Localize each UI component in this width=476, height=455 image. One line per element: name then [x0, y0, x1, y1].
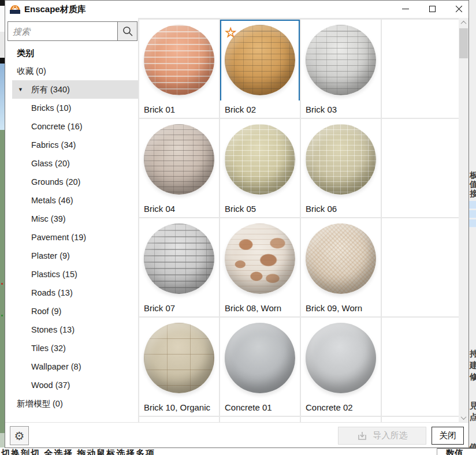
- material-sphere-preview: [306, 223, 376, 294]
- material-tile[interactable]: Brick 04: [139, 119, 219, 217]
- scrollbar[interactable]: [459, 18, 468, 422]
- material-sphere-preview: [144, 223, 214, 294]
- material-sphere-preview: [225, 223, 295, 294]
- sidebar-item-label: Grounds (20): [5, 177, 80, 187]
- sidebar-item-label: Misc (39): [5, 214, 66, 223]
- window-title: Enscape材质库: [24, 4, 86, 15]
- material-sphere-preview: [225, 124, 295, 195]
- material-sphere-preview: [306, 25, 376, 95]
- chevron-up-icon: [461, 20, 467, 26]
- sidebar-item[interactable]: Tiles (32): [5, 339, 138, 357]
- materials-row: Brick 04Brick 05Brick 06: [139, 119, 459, 217]
- search-button[interactable]: [117, 21, 137, 41]
- material-tile[interactable]: Brick 08, Worn: [220, 218, 300, 316]
- background-highlight-row: [469, 219, 476, 228]
- material-thumbnail: [301, 223, 381, 304]
- import-selected-button[interactable]: 导入所选: [338, 427, 426, 445]
- sidebar-item[interactable]: Concrete (16): [5, 117, 138, 136]
- material-label: Concrete 02: [301, 398, 381, 416]
- material-tile[interactable]: Brick 06: [301, 119, 381, 217]
- gear-icon: ⚙: [14, 429, 25, 443]
- material-thumbnail: [139, 223, 219, 304]
- download-icon: [357, 431, 367, 441]
- material-thumbnail: ☆: [220, 25, 300, 106]
- background-status-bar: 切换剖切 全选择 拖动鼠标选择多项 数值: [0, 447, 476, 455]
- material-thumbnail: [301, 323, 381, 404]
- close-window-button[interactable]: [450, 1, 467, 17]
- material-tile[interactable]: Brick 05: [220, 119, 300, 217]
- material-tile[interactable]: ☆Brick 02: [220, 20, 300, 118]
- sidebar-item-label: Plaster (9): [5, 251, 70, 260]
- background-text-fragment: 修: [470, 372, 476, 382]
- material-tile[interactable]: Brick 01: [139, 20, 219, 118]
- search-input[interactable]: [8, 21, 117, 41]
- expand-arrow-icon[interactable]: ▼: [18, 87, 23, 92]
- material-sphere-preview: [144, 25, 214, 95]
- material-tile[interactable]: Brick 10, Organic: [139, 318, 219, 416]
- sidebar-item[interactable]: Stones (13): [5, 320, 138, 339]
- material-sphere-preview: [225, 323, 295, 393]
- material-tile[interactable]: Brick 07: [139, 218, 219, 316]
- materials-row: [139, 417, 459, 422]
- materials-row: Brick 10, OrganicConcrete 01Concrete 02: [139, 318, 459, 416]
- sidebar-item-label: Tiles (32): [5, 344, 66, 353]
- scroll-up-button[interactable]: [459, 18, 468, 27]
- background-toolbar-sliver: [0, 32, 5, 58]
- material-tile[interactable]: Brick 03: [301, 20, 381, 118]
- sidebar-item[interactable]: Bricks (10): [5, 99, 138, 117]
- sidebar-item[interactable]: 新增模型 (0): [5, 394, 138, 413]
- minimize-button[interactable]: [397, 1, 414, 17]
- background-highlight-row: [469, 210, 476, 218]
- sidebar-item[interactable]: Misc (39): [5, 210, 138, 228]
- material-label: Brick 10, Organic: [139, 398, 219, 416]
- material-thumbnail: [139, 25, 219, 106]
- scroll-down-button[interactable]: [459, 413, 468, 422]
- background-ground-sliver: [0, 130, 5, 433]
- background-axis-dot: [1, 283, 3, 285]
- search-icon: [122, 25, 133, 37]
- maximize-icon: [429, 6, 436, 12]
- sidebar-item-label: Wallpaper (8): [5, 362, 81, 371]
- background-text-fragment: 見: [470, 401, 476, 411]
- background-text-fragment: 点: [470, 412, 476, 423]
- material-label: Brick 07: [139, 299, 219, 316]
- scrollbar-thumb[interactable]: [459, 28, 468, 58]
- grid-row-filler: [382, 417, 459, 422]
- materials-row: Brick 07Brick 08, WornBrick 09, Worn: [139, 218, 459, 316]
- sidebar-item[interactable]: Roads (13): [5, 284, 138, 302]
- sidebar-item[interactable]: Wood (37): [5, 376, 138, 394]
- background-highlight-row: [469, 201, 476, 209]
- material-tile-partial[interactable]: [301, 417, 381, 422]
- material-tile[interactable]: Brick 09, Worn: [301, 218, 381, 316]
- sidebar-item[interactable]: ▼所有 (340): [12, 80, 138, 99]
- sidebar-item[interactable]: Fabrics (34): [5, 136, 138, 154]
- sidebar-item[interactable]: 收藏 (0): [5, 62, 138, 80]
- sidebar-item[interactable]: Metals (46): [5, 191, 138, 210]
- maximize-button[interactable]: [423, 1, 441, 17]
- chevron-down-icon: [461, 414, 467, 420]
- sidebar-item[interactable]: Grounds (20): [5, 173, 138, 191]
- material-thumbnail: [220, 223, 300, 304]
- sidebar-item[interactable]: Glass (20): [5, 154, 138, 173]
- sidebar-item[interactable]: Plastics (15): [5, 265, 138, 284]
- sidebar-item-label: Bricks (10): [5, 103, 71, 113]
- screen: 板值接持建修見点值 切换剖切 全选择 拖动鼠标选择多项 数值 Enscape材质…: [0, 0, 476, 455]
- material-tile-partial[interactable]: [220, 417, 300, 422]
- material-tile[interactable]: Concrete 02: [301, 318, 381, 416]
- material-label: Brick 04: [139, 200, 219, 217]
- sidebar-item[interactable]: Roof (9): [5, 302, 138, 320]
- settings-button[interactable]: ⚙: [10, 426, 29, 445]
- material-tile-partial[interactable]: [139, 417, 219, 422]
- sidebar-item[interactable]: Pavement (19): [5, 228, 138, 247]
- material-sphere-preview: [144, 124, 214, 195]
- close-dialog-button[interactable]: 关闭: [432, 427, 464, 445]
- sidebar-item[interactable]: Wallpaper (8): [5, 357, 138, 376]
- close-icon: [455, 5, 463, 13]
- material-label: Brick 08, Worn: [220, 299, 300, 316]
- sidebar-item[interactable]: Plaster (9): [5, 247, 138, 265]
- enscape-material-library-window: Enscape材质库 类别 收藏 (0)▼所有 (340)Bricks (10)…: [5, 0, 469, 448]
- material-tile[interactable]: Concrete 01: [220, 318, 300, 416]
- favorite-star-icon[interactable]: ☆: [225, 26, 237, 39]
- background-left-strip: [0, 0, 5, 455]
- enscape-logo-icon: [9, 3, 21, 15]
